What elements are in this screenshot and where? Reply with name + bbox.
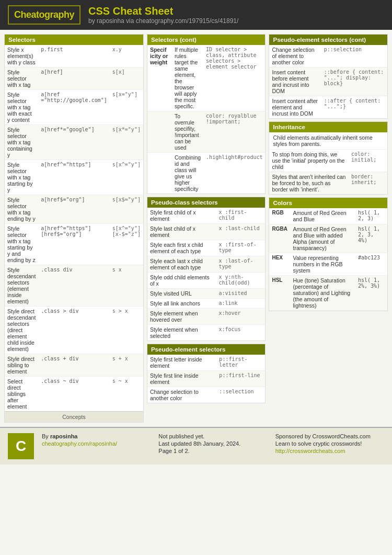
color-desc: Amount of Red Green and Blue	[290, 208, 355, 224]
table-row: Styles that aren't inherited can be forc…	[269, 172, 387, 195]
row-val: border: inherit;	[349, 172, 387, 195]
section-selectors-cont: Selectors (cont) Specif icity or weight …	[147, 34, 266, 194]
table-row: HEX Value representing numbers in the RG…	[269, 253, 387, 276]
logo-box: Cheatography	[8, 5, 80, 25]
table-row: Style selector with x tag starting by y …	[5, 160, 143, 195]
row-desc: Style selector with x tag starting by y	[5, 160, 38, 195]
table-row: Change selection to another color ::sele…	[147, 387, 266, 403]
table-row: Style direct sibling to element .class +…	[5, 354, 143, 377]
row-desc: Change selection to another color	[147, 387, 216, 403]
row-desc: Style each first x child element of each…	[147, 240, 216, 256]
row-val: x.y	[110, 45, 143, 67]
row-desc: Style first child of x element	[147, 208, 216, 224]
row-code: .class ~ div	[38, 377, 109, 412]
row-desc: Style each last x child element of each …	[147, 256, 216, 273]
logo-text: Cheatography	[14, 9, 74, 20]
row-val: s + x	[110, 354, 143, 377]
row-desc: Style descendant selectors (element insi…	[5, 265, 38, 307]
table-row: Style first child of x element x :first-…	[147, 208, 266, 224]
header: Cheatography CSS Cheat Sheet by raposinh…	[0, 0, 392, 30]
footer-author-link[interactable]: cheatography.com/raposinha/	[42, 440, 117, 447]
pseudo-cont-table: Change selection of element to another c…	[269, 45, 387, 118]
row-desc: Style selector with x tag with exact y c…	[5, 90, 38, 125]
pseudo-elem-table: Style first letter inside element p::fir…	[147, 355, 266, 403]
color-val: #abc123	[355, 253, 387, 276]
color-val: hsl( 1, 2, 3, 4%)	[355, 224, 387, 253]
section-selectors: Selectors Style x element(s) with y clas…	[4, 34, 144, 423]
row-val: ID selector > class, attribute selectors…	[203, 45, 265, 111]
row-val: s[x^="y"]	[110, 160, 143, 195]
color-label: RGBA	[269, 224, 290, 253]
footer-meta-col: Not published yet. Last updated 8th Janu…	[158, 433, 267, 455]
page-title: CSS Cheat Sheet	[88, 5, 238, 17]
row-desc: Style direct descendant selectors (direc…	[5, 307, 38, 354]
row-val: x :last-child	[216, 224, 265, 240]
table-row: To stop from doing this, we use the 'ini…	[269, 150, 387, 172]
table-row: Style element when hovered over x:hover	[147, 309, 266, 325]
row-val: ::after { content: "...";}	[321, 96, 387, 119]
row-val: a:visited	[216, 289, 265, 299]
color-label: RGB	[269, 208, 290, 224]
row-val: x:focus	[216, 325, 265, 341]
section-pseudo-elem-cont: Pseudo-element selectors (cont) Change s…	[269, 34, 388, 119]
table-row: Style last child of x element x :last-ch…	[147, 224, 266, 240]
row-val: x :last-of-type	[216, 256, 265, 273]
row-label	[147, 153, 172, 194]
row-desc: If multiple rules target the same elemen…	[172, 45, 203, 111]
row-val: s ~ x	[110, 377, 143, 412]
row-code: .class div	[38, 265, 109, 307]
footer-page: Page 1 of 2.	[158, 448, 267, 454]
row-desc: Style direct sibling to element	[5, 354, 38, 377]
footer-sponsor-text: Sponsored by CrosswordCheats.com	[275, 433, 384, 439]
color-desc: Value representing numbers in the RGB sy…	[290, 253, 355, 276]
table-row: Style first line inside element p::first…	[147, 371, 266, 387]
footer-sponsor-link[interactable]: http://crosswordcheats.com	[275, 448, 345, 454]
row-code: a[href$="org"]	[38, 195, 109, 224]
col-selectors: Selectors Style x element(s) with y clas…	[4, 34, 144, 423]
table-row: RGBA Amount of Red Green and Blue with a…	[269, 224, 387, 253]
inherit-intro: Child elements autimatically inherit som…	[269, 132, 387, 150]
section-pseudo-elem-cont-header: Pseudo-element selectors (cont)	[269, 35, 387, 45]
footer-updated: Last updated 8th January, 2024.	[158, 440, 267, 447]
section-colors: Colors RGB Amount of Red Green and Blue …	[269, 197, 388, 311]
table-row: Style each first x child element of each…	[147, 240, 266, 256]
row-desc: Style selector with x tag containing y	[5, 125, 38, 160]
row-desc: Change selection of element to another c…	[269, 45, 321, 67]
row-val: x :first-child	[216, 208, 265, 224]
row-val: s > x	[110, 307, 143, 354]
table-row: Specif icity or weight If multiple rules…	[147, 45, 266, 111]
section-selectors-cont-header: Selectors (cont)	[147, 35, 266, 45]
row-desc: To overrule specifity, !important can be…	[172, 111, 203, 153]
header-byline: by raposinha via cheatography.com/197915…	[88, 17, 238, 25]
row-val: ::before { content: "..."; display: bloc…	[321, 67, 387, 96]
footer-logo-letter: C	[16, 438, 26, 455]
row-desc: Style element when hovered over	[147, 309, 216, 325]
row-val: .highlight#product	[203, 153, 265, 194]
table-row: Style each last x child element of each …	[147, 256, 266, 273]
col-pseudo-cont: Pseudo-element selectors (cont) Change s…	[269, 34, 388, 423]
row-val: color: royalblue !important;	[203, 111, 265, 153]
section-colors-header: Colors	[269, 198, 387, 208]
row-val: p::selection	[321, 45, 387, 67]
footer-by-label: By	[42, 433, 49, 439]
table-row: Style selector with x tag ending by y a[…	[5, 195, 143, 224]
row-val: s[x]	[110, 67, 143, 90]
inherit-table: To stop from doing this, we use the 'ini…	[269, 150, 387, 194]
section-selectors-header: Selectors	[5, 35, 143, 45]
row-desc: Styles that aren't inherited can be forc…	[269, 172, 349, 195]
row-label: Specif icity or weight	[147, 45, 172, 111]
footer-published: Not published yet.	[158, 433, 267, 439]
color-label: HEX	[269, 253, 290, 276]
table-row: Style selector with x tag a[href] s[x]	[5, 67, 143, 90]
row-desc: Style element when selected	[147, 325, 216, 341]
row-code: p.first	[38, 45, 109, 67]
table-row: Insert content before element and incrus…	[269, 67, 387, 96]
table-row: Combining id and class will give us high…	[147, 153, 266, 194]
footer-sponsor-desc: Learn to solve cryptic crosswords!	[275, 440, 384, 447]
row-desc: Style x element(s) with y class	[5, 45, 38, 67]
footer-author-name: raposinha	[50, 433, 78, 439]
table-row: Style selector with x tag starting by y …	[5, 224, 143, 265]
table-row: Style selector with x tag containing y a…	[5, 125, 143, 160]
row-val: s[x$="y"]	[110, 195, 143, 224]
main-content: Selectors Style x element(s) with y clas…	[0, 30, 392, 427]
